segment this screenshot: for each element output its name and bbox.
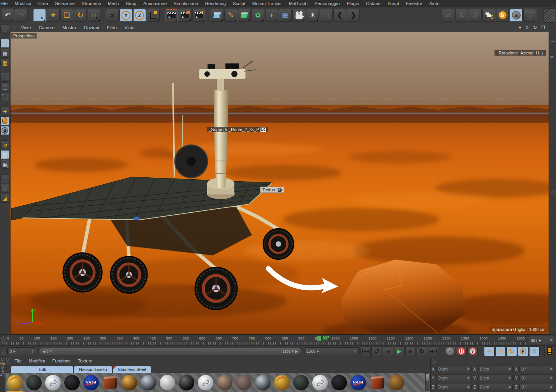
snap-button[interactable]: ∪	[0, 140, 9, 149]
viewport-zoom-icon[interactable]: ⇕	[525, 25, 529, 30]
playhead[interactable]: 897	[317, 336, 321, 341]
viewport-pan-icon[interactable]: +	[519, 25, 521, 30]
disabled-grid-button[interactable]: ▦	[0, 184, 9, 193]
key-parameter-toggle[interactable]: P	[518, 346, 528, 356]
texture-tag-label[interactable]: Texture	[260, 187, 284, 193]
menubar-item[interactable]: Aiuto	[426, 1, 443, 6]
coordinate-field[interactable]: 0 cm	[478, 366, 513, 372]
coordinate-system-button[interactable]	[147, 9, 160, 22]
model-mode-button[interactable]: ⬚	[0, 39, 9, 48]
edges-mode-button[interactable]: ⬚	[0, 82, 9, 91]
coordinates-grip[interactable]	[432, 359, 436, 364]
material-thumbnail[interactable]	[63, 374, 81, 391]
prev-palette-button[interactable]: ❮	[333, 9, 346, 22]
material-layer-tab[interactable]: Tutti	[11, 366, 73, 373]
workplane-mode-button[interactable]: ▦	[0, 58, 9, 67]
workplane-rotate-button[interactable]: ▦↻	[0, 160, 9, 169]
menubar-item[interactable]: Crea	[35, 1, 51, 6]
menubar-item[interactable]: Octane	[362, 1, 384, 6]
viewport-grip[interactable]	[12, 25, 16, 30]
lock-y-axis-button[interactable]: Y	[120, 9, 132, 22]
transport-grip[interactable]	[2, 348, 5, 355]
viewport-toggle-icon[interactable]: ❐	[541, 25, 545, 30]
texture-mode-button[interactable]: ▩	[0, 49, 9, 58]
polygons-mode-button[interactable]: ⬛	[0, 92, 9, 101]
menubar-item[interactable]: Modifica	[11, 1, 35, 6]
undo-button[interactable]: ↶	[1, 9, 14, 22]
sculpt-wedge-button[interactable]: ◢	[0, 194, 9, 203]
material-thumbnail[interactable]	[121, 374, 138, 391]
key-pla-toggle[interactable]: ⠿	[529, 346, 540, 356]
nav-globe-icon[interactable]: ◎	[0, 24, 9, 33]
material-thumbnail[interactable]	[311, 374, 329, 391]
timeline-track[interactable]: 0501001502002503003504004505005506006507…	[6, 335, 526, 345]
play-button[interactable]: ▶	[394, 346, 405, 356]
key-scale-toggle[interactable]: ❏	[495, 346, 506, 356]
material-thumbnail[interactable]	[216, 374, 233, 391]
menubar-item[interactable]: Animazione	[140, 1, 170, 6]
menubar-item[interactable]: Strumenti	[78, 1, 104, 6]
motion-clip-button[interactable]	[544, 346, 555, 356]
keyframe-selection-button[interactable]: ?	[467, 346, 478, 356]
solo-single-button[interactable]: S	[496, 9, 509, 22]
points-mode-button[interactable]: ⬚	[0, 73, 9, 82]
right-panel-divider[interactable]: ⊞	[549, 23, 556, 334]
workplane-lock-button[interactable]: ▦●	[0, 150, 9, 159]
next-frame-button[interactable]: ▶	[405, 346, 416, 356]
viewport-menu-item[interactable]: Filtro	[103, 25, 121, 30]
recent-tool-button[interactable]: □➤	[88, 9, 100, 22]
environment-button[interactable]: ▦	[279, 9, 292, 22]
subdivision-surface-button[interactable]	[238, 9, 251, 22]
prev-frame-button[interactable]: ◀	[383, 346, 393, 356]
next-palette-button[interactable]: ❯	[347, 9, 360, 22]
end-frame-field[interactable]: 1500 F	[304, 347, 359, 355]
goto-end-button[interactable]: ▶▶	[428, 346, 438, 356]
material-thumbnail[interactable]	[102, 374, 119, 391]
coordinate-field[interactable]: 0 cm	[478, 384, 513, 390]
camera-button[interactable]	[292, 9, 305, 22]
goto-start-button[interactable]: ◀◀	[360, 346, 371, 356]
menubar-item[interactable]: Selezione	[51, 1, 78, 6]
material-layer-tab[interactable]: Stainless Steel	[113, 366, 151, 373]
viewport-rotate-icon[interactable]: ↻	[533, 25, 537, 30]
material-thumbnail[interactable]: NASA	[83, 374, 100, 391]
material-thumbnail[interactable]	[140, 374, 157, 391]
material-thumbnail[interactable]	[25, 374, 42, 391]
material-thumbnail[interactable]	[159, 374, 176, 391]
render-settings-button[interactable]: ✱	[192, 9, 205, 22]
render-view-button[interactable]	[165, 9, 178, 22]
viewport-menu-item[interactable]: Opzioni	[80, 25, 103, 30]
menubar-item[interactable]: Script	[384, 1, 402, 6]
scale-button[interactable]: ❏	[60, 9, 73, 22]
menubar-item[interactable]: Snap	[122, 1, 140, 6]
material-thumbnail[interactable]	[44, 374, 62, 391]
viewport-canvas[interactable]: Prospettiva _Rotazione_Azimut_H ▲ _Suppo…	[10, 32, 549, 334]
material-menu-item[interactable]: Texture	[74, 359, 96, 363]
move-button[interactable]: +	[47, 9, 60, 22]
divider-grip[interactable]	[551, 190, 555, 195]
menubar-item[interactable]: Sculpt	[229, 1, 249, 6]
transfer-coords-button[interactable]: ⇄	[442, 9, 454, 22]
record-button[interactable]	[456, 346, 466, 356]
rotate-button[interactable]: ↻	[74, 9, 87, 22]
coordinate-field[interactable]: 0 cm	[478, 374, 513, 381]
mograph-button[interactable]: ✿	[252, 9, 264, 22]
material-thumbnail[interactable]	[331, 374, 348, 391]
live-selection-button[interactable]: □➤	[33, 9, 46, 22]
material-thumbnail[interactable]: NASA	[350, 374, 367, 391]
menubar-item[interactable]: MoGraph	[285, 1, 311, 6]
transfer-values-button[interactable]: ⇵	[469, 9, 482, 22]
material-thumbnail[interactable]	[292, 374, 310, 391]
panel-corner-grip[interactable]	[544, 8, 555, 23]
next-key-button[interactable]: ↻	[417, 346, 427, 356]
material-thumbnail[interactable]	[254, 374, 271, 391]
current-frame-field[interactable]: 897 F	[529, 336, 554, 344]
viewport-menu-item[interactable]: Camere	[35, 25, 58, 30]
coordinate-field[interactable]: 0 °	[519, 384, 554, 390]
key-position-toggle[interactable]: +	[484, 346, 494, 356]
viewport-solo-button[interactable]	[0, 116, 9, 125]
autokey-button[interactable]: ⟋	[445, 346, 455, 356]
hud-rotation-label[interactable]: _Rotazione_Azimut_H ▲	[494, 50, 546, 56]
viewport-menu-item[interactable]: Vista	[121, 25, 138, 30]
menubar-item[interactable]: Simulazione	[170, 1, 202, 6]
